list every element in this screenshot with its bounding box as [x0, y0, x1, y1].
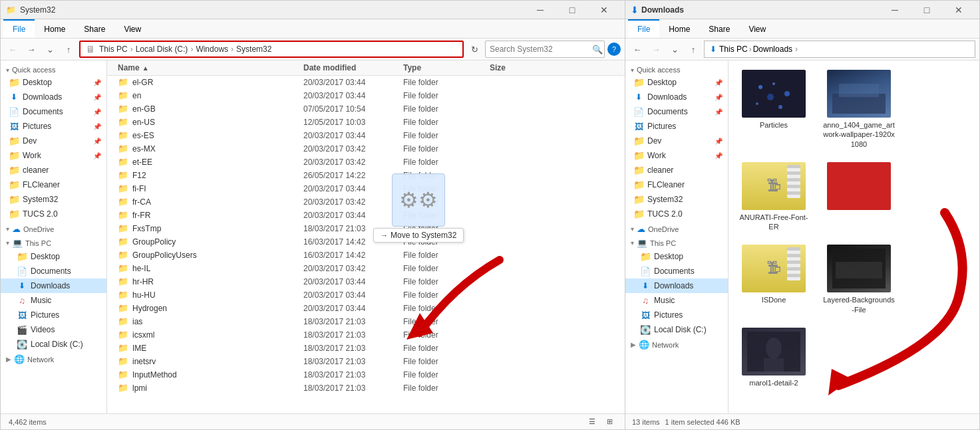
- file-row[interactable]: 📁 hr-HR 20/03/2017 03:44 File folder: [107, 275, 625, 288]
- right-tab-share[interactable]: Share: [699, 19, 739, 38]
- right-sidebar-documents2[interactable]: 📄 Documents: [625, 264, 728, 278]
- file-row[interactable]: 📁 fr-CA 20/03/2017 03:42 File folder: [107, 195, 625, 209]
- file-row[interactable]: 📁 en 20/03/2017 03:44 File folder: [107, 89, 625, 102]
- file-row[interactable]: 📁 et-EE 20/03/2017 03:42 File folder: [107, 156, 625, 169]
- file-row[interactable]: 📁 GroupPolicyUsers 16/03/2017 14:42 File…: [107, 249, 625, 262]
- file-row[interactable]: 📁 ias 18/03/2017 21:03 File folder: [107, 315, 625, 328]
- sidebar-item-work[interactable]: 📁 Work 📌: [1, 148, 106, 163]
- sidebar-item-desktop[interactable]: 📁 Desktop 📌: [1, 75, 106, 90]
- path-thispc[interactable]: This PC: [99, 45, 128, 54]
- search-input[interactable]: [490, 45, 589, 54]
- right-sidebar-pictures[interactable]: 🖼 Pictures: [625, 119, 728, 134]
- help-button[interactable]: ?: [607, 43, 621, 56]
- sidebar-item-pictures2[interactable]: 🖼 Pictures: [1, 308, 106, 322]
- file-row[interactable]: 📁 en-US 12/05/2017 10:03 File folder: [107, 116, 625, 129]
- thispc-section[interactable]: ▾ 💻 This PC: [1, 235, 106, 249]
- right-forward-button[interactable]: →: [648, 41, 664, 57]
- sidebar-item-videos[interactable]: 🎬 Videos: [1, 322, 106, 337]
- sidebar-item-documents[interactable]: 📄 Documents 📌: [1, 104, 106, 119]
- right-quick-access-section[interactable]: ▾ Quick access: [625, 63, 728, 75]
- file-row[interactable]: 📁 IME 18/03/2017 21:03 File folder: [107, 342, 625, 355]
- sidebar-item-dev[interactable]: 📁 Dev 📌: [1, 134, 106, 148]
- onedrive-section[interactable]: ▾ ☁ OneDrive: [1, 221, 106, 235]
- thumb-layered[interactable]: Layered-Backgrounds-File: [819, 241, 899, 318]
- file-row[interactable]: 📁 es-ES 20/03/2017 03:44 File folder: [107, 129, 625, 142]
- file-row[interactable]: 📁 fr-FR 20/03/2017 03:44 File folder: [107, 209, 625, 222]
- thumb-anno[interactable]: anno_1404_game_artwork-wallpaper-1920x10…: [819, 66, 899, 153]
- quick-access-section[interactable]: ▾ Quick access: [1, 63, 106, 75]
- right-sidebar-downloads2[interactable]: ⬇ Downloads: [625, 278, 728, 293]
- right-back-button[interactable]: ←: [629, 41, 645, 57]
- maximize-button[interactable]: □: [557, 1, 587, 19]
- file-row[interactable]: 📁 GroupPolicy 16/03/2017 14:42 File fold…: [107, 235, 625, 249]
- file-row[interactable]: 📁 en-GB 07/05/2017 10:54 File folder: [107, 102, 625, 116]
- right-tab-file[interactable]: File: [628, 19, 659, 38]
- right-network-section[interactable]: ▶ 🌐 Network: [625, 337, 728, 351]
- thumb-anurati[interactable]: 🗜 ANURATI-Free-Font-ER: [734, 158, 814, 236]
- thumb-isdone[interactable]: 🗜 ISDone: [734, 241, 814, 318]
- path-windows[interactable]: Windows: [196, 45, 228, 54]
- file-row[interactable]: 📁 InputMethod 18/03/2017 21:03 File fold…: [107, 368, 625, 381]
- right-thispc-section[interactable]: ▾ 💻 This PC: [625, 235, 728, 249]
- right-sidebar-tucs[interactable]: 📁 TUCS 2.0: [625, 207, 728, 221]
- right-maximize-button[interactable]: □: [911, 1, 942, 19]
- path-system32[interactable]: System32: [236, 45, 271, 54]
- recent-button[interactable]: ⌄: [42, 41, 58, 57]
- path-localdisk[interactable]: Local Disk (C:): [136, 45, 188, 54]
- sidebar-item-localdisk[interactable]: 💽 Local Disk (C:): [1, 337, 106, 352]
- right-minimize-button[interactable]: ─: [880, 1, 910, 19]
- right-onedrive-section[interactable]: ▾ ☁ OneDrive: [625, 221, 728, 235]
- thumb-red-partial[interactable]: [819, 158, 899, 236]
- right-sidebar-downloads[interactable]: ⬇ Downloads 📌: [625, 90, 728, 104]
- thumb-particles[interactable]: Particles: [734, 66, 814, 153]
- close-button[interactable]: ✕: [589, 1, 619, 19]
- right-up-button[interactable]: ↑: [685, 41, 701, 57]
- sidebar-item-tucs[interactable]: 📁 TUCS 2.0: [1, 207, 106, 221]
- refresh-button[interactable]: ↻: [466, 41, 482, 57]
- thumb-marol[interactable]: marol1-detail-2: [734, 324, 814, 391]
- file-row[interactable]: 📁 es-MX 20/03/2017 03:42 File folder: [107, 142, 625, 156]
- right-address-bar[interactable]: ⬇ This PC › Downloads ›: [704, 41, 975, 58]
- file-row[interactable]: 📁 he-IL 20/03/2017 03:42 File folder: [107, 262, 625, 275]
- file-row[interactable]: 📁 Hydrogen 20/03/2017 03:44 File folder: [107, 302, 625, 315]
- right-tab-home[interactable]: Home: [659, 19, 699, 38]
- up-button[interactable]: ↑: [61, 41, 77, 57]
- right-sidebar-work[interactable]: 📁 Work 📌: [625, 148, 728, 163]
- address-bar[interactable]: 🖥 This PC › Local Disk (C:) › Windows › …: [79, 41, 464, 58]
- file-row[interactable]: 📁 inetsrv 18/03/2017 21:03 File folder: [107, 355, 625, 368]
- right-close-button[interactable]: ✕: [943, 1, 974, 19]
- right-sidebar-cleaner[interactable]: 📁 cleaner: [625, 163, 728, 177]
- right-sidebar-documents[interactable]: 📄 Documents 📌: [625, 104, 728, 119]
- right-recent-button[interactable]: ⌄: [667, 41, 683, 57]
- right-sidebar-system32[interactable]: 📁 System32: [625, 192, 728, 207]
- right-sidebar-desktop2[interactable]: 📁 Desktop: [625, 249, 728, 264]
- sidebar-item-desktop2[interactable]: 📁 Desktop: [1, 249, 106, 264]
- sidebar-item-pictures[interactable]: 🖼 Pictures 📌: [1, 119, 106, 134]
- minimize-button[interactable]: ─: [525, 1, 556, 19]
- sidebar-item-downloads[interactable]: ⬇ Downloads 📌: [1, 90, 106, 104]
- tab-view[interactable]: View: [114, 19, 150, 38]
- tab-file[interactable]: File: [3, 19, 35, 38]
- right-sidebar-dev[interactable]: 📁 Dev 📌: [625, 134, 728, 148]
- sidebar-item-system32[interactable]: 📁 System32: [1, 192, 106, 207]
- sidebar-item-flcleaner[interactable]: 📁 FLCleaner: [1, 177, 106, 192]
- right-sidebar-music[interactable]: ♫ Music: [625, 293, 728, 308]
- back-button[interactable]: ←: [5, 41, 21, 57]
- file-row[interactable]: 📁 hu-HU 20/03/2017 03:44 File folder: [107, 288, 625, 302]
- file-row[interactable]: 📁 FxsTmp 18/03/2017 21:03 File folder: [107, 222, 625, 235]
- forward-button[interactable]: →: [23, 41, 39, 57]
- sidebar-item-music[interactable]: ♫ Music: [1, 293, 106, 308]
- list-view-button[interactable]: ☰: [585, 415, 599, 429]
- tab-home[interactable]: Home: [35, 19, 75, 38]
- file-row[interactable]: 📁 fi-FI 20/03/2017 03:44 File folder: [107, 182, 625, 195]
- network-section[interactable]: ▶ 🌐 Network: [1, 352, 106, 366]
- details-view-button[interactable]: ⊞: [602, 415, 617, 429]
- right-sidebar-localdisk[interactable]: 💽 Local Disk (C:): [625, 322, 728, 337]
- col-header-name[interactable]: Name ▲: [107, 63, 303, 72]
- file-row[interactable]: 📁 lpmi 18/03/2017 21:03 File folder: [107, 381, 625, 395]
- file-row[interactable]: 📁 el-GR 20/03/2017 03:44 File folder: [107, 76, 625, 89]
- right-sidebar-flcleaner[interactable]: 📁 FLCleaner: [625, 177, 728, 192]
- right-sidebar-pictures2[interactable]: 🖼 Pictures: [625, 308, 728, 322]
- sidebar-item-documents2[interactable]: 📄 Documents: [1, 264, 106, 278]
- right-tab-view[interactable]: View: [739, 19, 775, 38]
